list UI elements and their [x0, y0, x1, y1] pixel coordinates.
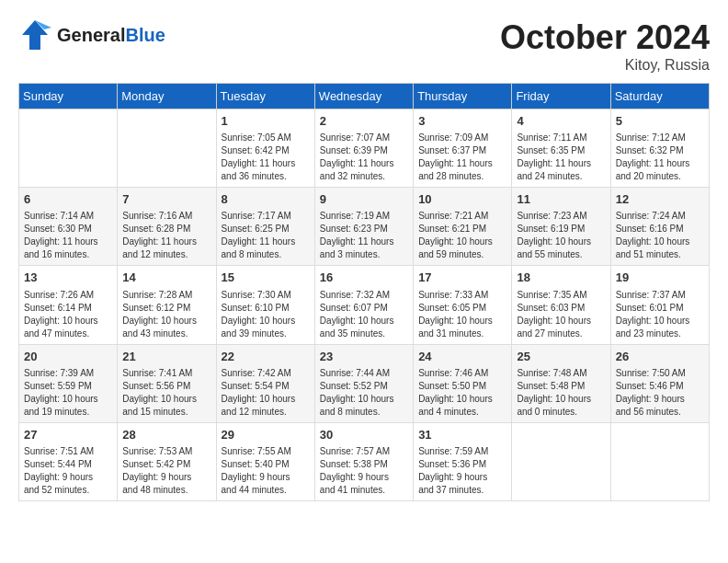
day-info: Sunrise: 7:57 AM Sunset: 5:38 PM Dayligh…: [320, 445, 408, 497]
day-number: 13: [24, 270, 112, 286]
calendar-cell: 21Sunrise: 7:41 AM Sunset: 5:56 PM Dayli…: [118, 344, 216, 422]
day-number: 29: [222, 427, 310, 443]
calendar-cell: 19Sunrise: 7:37 AM Sunset: 6:01 PM Dayli…: [610, 266, 709, 344]
calendar-cell: 20Sunrise: 7:39 AM Sunset: 5:59 PM Dayli…: [19, 344, 118, 422]
calendar-cell: [19, 109, 118, 188]
day-info: Sunrise: 7:05 AM Sunset: 6:42 PM Dayligh…: [222, 132, 310, 183]
calendar-cell: 24Sunrise: 7:46 AM Sunset: 5:50 PM Dayli…: [414, 344, 512, 422]
title-block: October 2024 Kitoy, Russia: [500, 18, 710, 74]
day-info: Sunrise: 7:55 AM Sunset: 5:40 PM Dayligh…: [222, 445, 310, 497]
calendar-cell: 9Sunrise: 7:19 AM Sunset: 6:23 PM Daylig…: [314, 188, 413, 266]
day-number: 17: [418, 270, 506, 286]
logo-text-block: GeneralBlue: [57, 25, 165, 45]
calendar-cell: 16Sunrise: 7:32 AM Sunset: 6:07 PM Dayli…: [314, 266, 413, 344]
day-info: Sunrise: 7:23 AM Sunset: 6:19 PM Dayligh…: [517, 210, 605, 261]
day-number: 7: [122, 191, 210, 208]
month-year-title: October 2024: [500, 18, 710, 57]
day-number: 25: [517, 349, 605, 365]
calendar-cell: 13Sunrise: 7:26 AM Sunset: 6:14 PM Dayli…: [19, 266, 118, 344]
day-info: Sunrise: 7:44 AM Sunset: 5:52 PM Dayligh…: [320, 367, 408, 419]
day-number: 4: [517, 113, 605, 130]
day-info: Sunrise: 7:26 AM Sunset: 6:14 PM Dayligh…: [24, 289, 112, 340]
day-info: Sunrise: 7:32 AM Sunset: 6:07 PM Dayligh…: [320, 289, 408, 340]
day-number: 14: [122, 270, 210, 286]
calendar-cell: 30Sunrise: 7:57 AM Sunset: 5:38 PM Dayli…: [314, 422, 413, 500]
day-info: Sunrise: 7:09 AM Sunset: 6:37 PM Dayligh…: [418, 132, 506, 183]
week-row-4: 20Sunrise: 7:39 AM Sunset: 5:59 PM Dayli…: [19, 344, 710, 422]
day-number: 11: [517, 191, 605, 208]
day-info: Sunrise: 7:39 AM Sunset: 5:59 PM Dayligh…: [24, 367, 112, 419]
day-info: Sunrise: 7:37 AM Sunset: 6:01 PM Dayligh…: [616, 289, 704, 340]
location-subtitle: Kitoy, Russia: [500, 57, 710, 74]
calendar-cell: 8Sunrise: 7:17 AM Sunset: 6:25 PM Daylig…: [216, 188, 314, 266]
day-number: 9: [320, 191, 408, 208]
day-number: 10: [418, 191, 506, 208]
calendar-cell: 28Sunrise: 7:53 AM Sunset: 5:42 PM Dayli…: [118, 422, 216, 500]
calendar-cell: 6Sunrise: 7:14 AM Sunset: 6:30 PM Daylig…: [19, 188, 118, 266]
calendar-cell: 11Sunrise: 7:23 AM Sunset: 6:19 PM Dayli…: [512, 188, 610, 266]
week-row-1: 1Sunrise: 7:05 AM Sunset: 6:42 PM Daylig…: [19, 109, 710, 188]
day-info: Sunrise: 7:28 AM Sunset: 6:12 PM Dayligh…: [122, 289, 210, 340]
day-number: 21: [122, 349, 210, 365]
day-info: Sunrise: 7:19 AM Sunset: 6:23 PM Dayligh…: [320, 210, 408, 261]
day-number: 31: [418, 427, 506, 443]
day-info: Sunrise: 7:30 AM Sunset: 6:10 PM Dayligh…: [222, 289, 310, 340]
day-info: Sunrise: 7:12 AM Sunset: 6:32 PM Dayligh…: [616, 132, 704, 183]
day-header-wednesday: Wednesday: [314, 84, 413, 109]
day-number: 27: [24, 427, 112, 443]
calendar-cell: 2Sunrise: 7:07 AM Sunset: 6:39 PM Daylig…: [314, 109, 413, 188]
day-header-tuesday: Tuesday: [216, 84, 314, 109]
day-number: 3: [418, 113, 506, 130]
calendar-cell: 15Sunrise: 7:30 AM Sunset: 6:10 PM Dayli…: [216, 266, 314, 344]
day-number: 28: [122, 427, 210, 443]
day-number: 18: [517, 270, 605, 286]
day-header-saturday: Saturday: [610, 84, 709, 109]
day-info: Sunrise: 7:42 AM Sunset: 5:54 PM Dayligh…: [222, 367, 310, 419]
day-number: 1: [222, 113, 310, 130]
day-info: Sunrise: 7:17 AM Sunset: 6:25 PM Dayligh…: [222, 210, 310, 261]
day-info: Sunrise: 7:51 AM Sunset: 5:44 PM Dayligh…: [24, 445, 112, 497]
day-info: Sunrise: 7:33 AM Sunset: 6:05 PM Dayligh…: [418, 289, 506, 340]
calendar-cell: [512, 422, 610, 500]
calendar-cell: 5Sunrise: 7:12 AM Sunset: 6:32 PM Daylig…: [610, 109, 709, 188]
day-number: 20: [24, 349, 112, 365]
day-number: 16: [320, 270, 408, 286]
calendar-table: SundayMondayTuesdayWednesdayThursdayFrid…: [18, 83, 710, 501]
day-number: 6: [24, 191, 112, 208]
day-info: Sunrise: 7:14 AM Sunset: 6:30 PM Dayligh…: [24, 210, 112, 261]
calendar-cell: [118, 109, 216, 188]
day-info: Sunrise: 7:53 AM Sunset: 5:42 PM Dayligh…: [122, 445, 210, 497]
calendar-cell: 7Sunrise: 7:16 AM Sunset: 6:28 PM Daylig…: [118, 188, 216, 266]
calendar-cell: 26Sunrise: 7:50 AM Sunset: 5:46 PM Dayli…: [610, 344, 709, 422]
calendar-cell: 29Sunrise: 7:55 AM Sunset: 5:40 PM Dayli…: [216, 422, 314, 500]
calendar-cell: 12Sunrise: 7:24 AM Sunset: 6:16 PM Dayli…: [610, 188, 709, 266]
day-info: Sunrise: 7:59 AM Sunset: 5:36 PM Dayligh…: [418, 445, 506, 497]
day-number: 2: [320, 113, 408, 130]
calendar-cell: 18Sunrise: 7:35 AM Sunset: 6:03 PM Dayli…: [512, 266, 610, 344]
day-number: 22: [222, 349, 310, 365]
calendar-cell: 27Sunrise: 7:51 AM Sunset: 5:44 PM Dayli…: [19, 422, 118, 500]
day-info: Sunrise: 7:48 AM Sunset: 5:48 PM Dayligh…: [517, 367, 605, 419]
calendar-cell: 22Sunrise: 7:42 AM Sunset: 5:54 PM Dayli…: [216, 344, 314, 422]
calendar-cell: 25Sunrise: 7:48 AM Sunset: 5:48 PM Dayli…: [512, 344, 610, 422]
day-number: 12: [616, 191, 704, 208]
logo-icon: [18, 18, 51, 52]
day-info: Sunrise: 7:16 AM Sunset: 6:28 PM Dayligh…: [122, 210, 210, 261]
week-row-3: 13Sunrise: 7:26 AM Sunset: 6:14 PM Dayli…: [19, 266, 710, 344]
logo: GeneralBlue: [18, 18, 165, 52]
page-header: GeneralBlue October 2024 Kitoy, Russia: [18, 18, 710, 74]
day-info: Sunrise: 7:21 AM Sunset: 6:21 PM Dayligh…: [418, 210, 506, 261]
day-number: 23: [320, 349, 408, 365]
day-info: Sunrise: 7:07 AM Sunset: 6:39 PM Dayligh…: [320, 132, 408, 183]
day-info: Sunrise: 7:41 AM Sunset: 5:56 PM Dayligh…: [122, 367, 210, 419]
day-number: 19: [616, 270, 704, 286]
day-info: Sunrise: 7:24 AM Sunset: 6:16 PM Dayligh…: [616, 210, 704, 261]
day-number: 8: [222, 191, 310, 208]
day-number: 30: [320, 427, 408, 443]
day-info: Sunrise: 7:46 AM Sunset: 5:50 PM Dayligh…: [418, 367, 506, 419]
day-info: Sunrise: 7:11 AM Sunset: 6:35 PM Dayligh…: [517, 132, 605, 183]
day-header-monday: Monday: [118, 84, 216, 109]
day-header-friday: Friday: [512, 84, 610, 109]
calendar-cell: 10Sunrise: 7:21 AM Sunset: 6:21 PM Dayli…: [414, 188, 512, 266]
logo-general: GeneralBlue: [57, 25, 165, 45]
